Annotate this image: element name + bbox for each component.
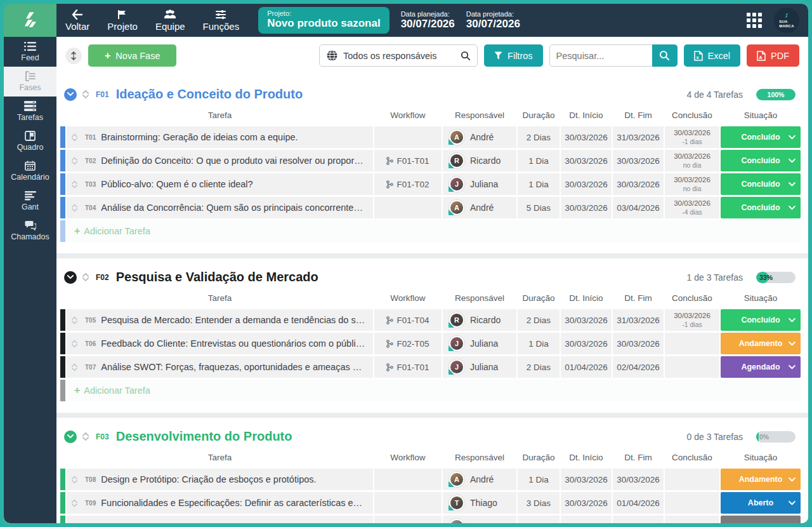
back-label: Voltar (65, 21, 89, 32)
status-dropdown[interactable]: Andamento (721, 469, 801, 490)
phase-reorder-handle[interactable] (82, 272, 89, 282)
task-cell[interactable]: T05Pesquisa de Mercado: Entender a deman… (67, 309, 373, 331)
responsible-cell[interactable]: JJuliana (443, 356, 516, 378)
nav-funcoes[interactable]: Funções (194, 4, 249, 37)
task-cell[interactable]: T08Design e Protótipo: Criação de esboço… (67, 469, 373, 490)
progress-fill (756, 431, 759, 443)
task-reorder-handle[interactable] (69, 499, 80, 507)
workflow-cell: F01-T04 (374, 309, 442, 331)
responsible-cell[interactable] (443, 516, 516, 523)
task-reorder-handle[interactable] (69, 476, 80, 484)
task-reorder-handle[interactable] (69, 157, 80, 165)
start-date-cell: 30/03/2026 (561, 197, 612, 218)
task-cell[interactable]: T07Análise SWOT: Forças, fraquezas, opor… (67, 356, 373, 378)
search-input[interactable] (549, 44, 652, 67)
task-name: Análise SWOT: Forças, fraquezas, oportun… (101, 362, 367, 372)
column-header-tarefa: Tarefa (67, 291, 373, 307)
sidebar-item-label: Tarefas (17, 113, 43, 122)
apps-grid-button[interactable] (746, 12, 763, 29)
app-logo[interactable] (4, 4, 56, 37)
pdf-export-button[interactable]: A PDF (747, 44, 799, 67)
sidebar-item-tarefas[interactable]: Tarefas (4, 97, 56, 126)
task-cell[interactable]: T02Definição do Conceito: O que o produt… (67, 150, 373, 171)
task-reorder-handle[interactable] (69, 340, 80, 348)
sidebar-item-quadro[interactable]: Quadro (4, 126, 56, 156)
responsible-cell[interactable]: JJuliana (443, 173, 516, 195)
grid-icon (746, 12, 763, 29)
duration-cell (518, 516, 560, 523)
end-date-cell: 03/04/2026 (613, 197, 664, 218)
responsible-cell[interactable]: AAndré (443, 197, 516, 218)
status-label: Aberto (748, 498, 773, 507)
filters-button[interactable]: Filtros (484, 44, 542, 67)
add-task-button[interactable]: +Adicionar Tarefa (67, 380, 801, 401)
new-phase-button[interactable]: + Nova Fase (88, 44, 176, 67)
task-cell[interactable]: T04Análise da Concorrência: Quem são os … (67, 197, 373, 218)
phase-color-bar (60, 469, 65, 490)
add-task-row[interactable]: +Adicionar Tarefa (60, 380, 801, 401)
add-task-row[interactable]: +Adicionar Tarefa (60, 220, 801, 242)
status-dropdown[interactable]: Concluído (721, 126, 801, 148)
status-dropdown[interactable]: Concluído (721, 150, 801, 171)
task-cell[interactable]: T03Público-alvo: Quem é o cliente ideal? (67, 173, 373, 195)
responsible-filter[interactable]: Todos os responsáveis (319, 44, 478, 67)
status-dropdown[interactable]: Aberto (721, 492, 801, 514)
status-dropdown[interactable]: Andamento (721, 333, 801, 354)
conclusion-cell: 30/03/2026-1 dias (665, 309, 719, 331)
task-id: T05 (85, 317, 96, 324)
brand-avatar[interactable]: SUAMARCA (774, 8, 799, 33)
phase-collapse-button[interactable] (64, 88, 77, 101)
conclusion-cell: 30/03/2026-4 dias (665, 197, 719, 218)
task-cell[interactable]: T06Feedback do Cliente: Entrevistas ou q… (67, 333, 373, 354)
pdf-file-icon: A (757, 51, 766, 61)
table-row: T10Aguardando (60, 516, 801, 523)
responsible-cell[interactable]: RRicardo (443, 150, 516, 171)
back-button[interactable]: Voltar (56, 4, 98, 37)
task-id: T01 (85, 134, 96, 141)
workflow-branch-icon (386, 340, 393, 348)
responsible-cell[interactable]: TThiago (443, 492, 516, 514)
status-dropdown[interactable]: Concluído (721, 173, 801, 195)
phase-collapse-button[interactable] (64, 271, 77, 284)
sidebar-item-chamados[interactable]: Chamados (4, 216, 56, 246)
project-tag[interactable]: Projeto: Novo produto sazonal (258, 7, 390, 34)
task-reorder-handle[interactable] (69, 523, 80, 524)
workflow-branch-icon (386, 363, 393, 371)
sidebar-item-fases[interactable]: Fases (4, 67, 56, 97)
nav-equipe[interactable]: Equipe (147, 4, 194, 37)
responsible-cell[interactable]: RRicardo (443, 309, 516, 331)
task-reorder-handle[interactable] (69, 180, 80, 189)
excel-label: Excel (708, 51, 730, 61)
responsible-cell[interactable]: AAndré (443, 469, 516, 490)
sidebar-item-gant[interactable]: Gant (4, 186, 56, 216)
conclusion-note: no dia (683, 185, 702, 192)
nav-projeto[interactable]: Projeto (98, 4, 147, 37)
responsible-cell[interactable]: JJuliana (443, 333, 516, 354)
task-cell[interactable]: T09Funcionalidades e Especificações: Def… (67, 492, 373, 514)
task-cell[interactable]: T01Brainstorming: Geração de ideias com … (67, 126, 373, 148)
collapse-all-button[interactable] (65, 48, 82, 64)
status-dropdown[interactable]: Agendado (721, 356, 801, 378)
excel-export-button[interactable]: x Excel (684, 44, 740, 67)
responsible-cell[interactable]: AAndré (443, 126, 516, 148)
search-icon (659, 50, 670, 61)
task-reorder-handle[interactable] (69, 363, 80, 371)
workflow-branch-icon (386, 180, 393, 189)
status-dropdown[interactable]: Concluído (721, 197, 801, 218)
column-header-workflow: Workflow (374, 291, 442, 307)
status-dropdown[interactable]: Concluído (721, 309, 801, 331)
add-task-button[interactable]: +Adicionar Tarefa (67, 220, 801, 242)
task-cell[interactable]: T10 (67, 516, 373, 523)
task-reorder-handle[interactable] (69, 133, 80, 142)
sidebar-item-feed[interactable]: Feed (4, 37, 56, 67)
gantt-icon (25, 191, 36, 201)
status-dropdown[interactable]: Aguardando (721, 516, 801, 523)
search-button[interactable] (652, 44, 678, 67)
phase-reorder-handle[interactable] (82, 432, 89, 441)
phase-collapse-button[interactable] (64, 430, 77, 443)
phase-reorder-handle[interactable] (82, 90, 89, 99)
task-reorder-handle[interactable] (69, 316, 80, 324)
conclusion-note: -1 dias (682, 138, 702, 145)
sidebar-item-calendario[interactable]: Calendário (4, 156, 56, 186)
task-reorder-handle[interactable] (69, 204, 80, 212)
